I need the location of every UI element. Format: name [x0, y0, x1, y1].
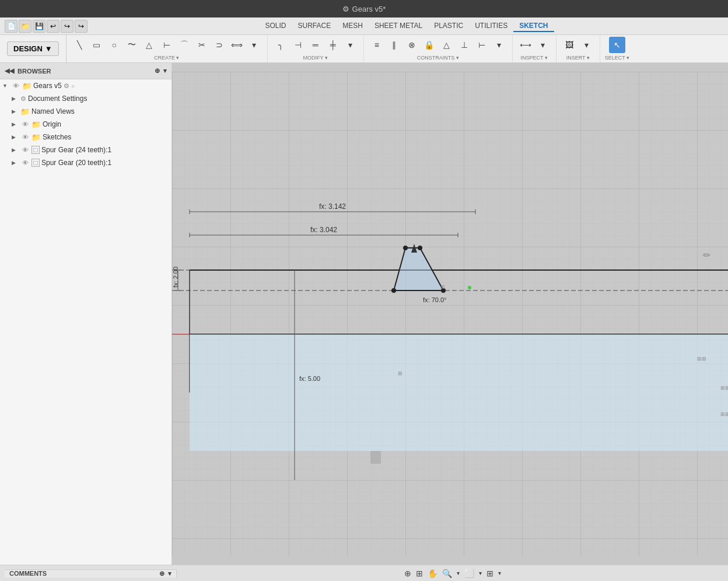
folder-icon: 📁 — [32, 133, 41, 142]
folder-icon: 📁 — [32, 120, 41, 129]
inspect-group: ⟷ ▾ INSPECT ▾ — [513, 35, 556, 62]
browser-options-icon[interactable]: ⊕ — [155, 67, 160, 75]
tab-mesh[interactable]: MESH — [337, 20, 369, 32]
display-mode-dropdown-icon[interactable]: ▾ — [479, 570, 482, 576]
construction-tool[interactable]: ⊢ — [159, 37, 175, 53]
create-group: ╲ ▭ ○ 〜 △ ⊢ ⌒ ✂ ⊃ ⟺ ▾ CREATE ▾ — [66, 35, 268, 62]
undo-redo-buttons: 📄 📁 💾 ↩ ↪ ↪ — [5, 20, 88, 33]
browser-item-gears[interactable]: ▼ 👁 📁 Gears v5 ⚙ ○ — [0, 79, 172, 92]
circle-icon: ○ — [71, 83, 75, 89]
concentric-tool[interactable]: ⊗ — [404, 37, 420, 53]
arrow-icon: ▼ — [2, 83, 9, 89]
folder-icon: 📁 — [22, 82, 32, 90]
more-constraints[interactable]: ▾ — [491, 37, 508, 53]
browser-more-icon[interactable]: ▾ — [163, 67, 167, 75]
rect-tool[interactable]: ▭ — [89, 37, 105, 53]
lock-tool[interactable]: 🔒 — [421, 37, 438, 53]
coincident-tool[interactable]: ≡ — [369, 37, 385, 53]
new-button[interactable]: 📄 — [5, 20, 18, 33]
eye-icon[interactable]: 👁 — [20, 121, 30, 128]
redo-button[interactable]: ↪ — [61, 20, 74, 33]
zoom-icon[interactable]: 🔍 — [442, 569, 452, 578]
browser-item-spur-gear-20[interactable]: ▶ 👁 □ Spur Gear (20 teeth):1 — [0, 156, 172, 169]
redo2-button[interactable]: ↪ — [75, 20, 88, 33]
toolbar-top: 📄 📁 💾 ↩ ↪ ↪ SOLID SURFACE MESH SHEET MET… — [0, 18, 728, 35]
item-label: Named Views — [32, 107, 75, 116]
tab-solid[interactable]: SOLID — [260, 20, 292, 32]
main-area: ◀◀ BROWSER ⊕ ▾ ▼ 👁 📁 Gears v5 ⚙ ○ ▶ ⚙ Do… — [0, 63, 728, 565]
circle-tool[interactable]: ○ — [106, 37, 123, 53]
browser-item-spur-gear-24[interactable]: ▶ 👁 □ Spur Gear (24 teeth):1 — [0, 144, 172, 156]
perp-tool[interactable]: ⊥ — [456, 37, 473, 53]
tab-sketch[interactable]: SKETCH — [513, 20, 554, 32]
zoom-dropdown-icon[interactable]: ▾ — [457, 570, 460, 576]
component-icon: □ — [32, 146, 40, 154]
arrow-icon: ▶ — [12, 121, 19, 127]
arc-tool[interactable]: ⌒ — [176, 37, 192, 53]
more-modify[interactable]: ▾ — [342, 37, 359, 53]
canvas-area[interactable]: fx: 3.142 fx: 3.042 fx: 2.00 fx: 2.50 fx… — [172, 63, 728, 565]
browser-item-origin[interactable]: ▶ 👁 📁 Origin — [0, 118, 172, 131]
scissors-tool[interactable]: ✂ — [194, 37, 210, 53]
browser-item-sketches[interactable]: ▶ 👁 📁 Sketches — [0, 131, 172, 144]
toolbar: 📄 📁 💾 ↩ ↪ ↪ SOLID SURFACE MESH SHEET MET… — [0, 18, 728, 63]
more-insert[interactable]: ▾ — [579, 37, 595, 53]
tab-utilities[interactable]: UTILITIES — [469, 20, 513, 32]
arrow-icon: ▶ — [12, 147, 19, 153]
display-mode-icon[interactable]: ⬜ — [464, 569, 474, 578]
mirror-tool[interactable]: ⟺ — [229, 37, 245, 53]
tab-plastic[interactable]: PLASTIC — [428, 20, 469, 32]
break-tool[interactable]: ╪ — [325, 37, 341, 53]
eye-icon[interactable]: 👁 — [20, 146, 30, 153]
navigation-icon-2[interactable]: ⊞ — [416, 569, 423, 578]
navigation-icon-1[interactable]: ⊕ — [404, 569, 411, 578]
title-bar: ⚙ Gears v5* — [0, 0, 728, 18]
more-inspect[interactable]: ▾ — [535, 37, 551, 53]
polygon-tool[interactable]: △ — [141, 37, 158, 53]
extend-tool[interactable]: ═ — [307, 37, 324, 53]
eye-icon[interactable]: 👁 — [20, 134, 30, 141]
gear-settings-icon[interactable]: ⚙ — [64, 82, 69, 90]
arrow-icon: ▶ — [12, 96, 19, 102]
toolbar-main: DESIGN ▼ ╲ ▭ ○ 〜 △ ⊢ ⌒ ✂ ⊃ ⟺ ▾ CREATE ▾ — [0, 35, 728, 62]
browser-collapse-icon[interactable]: ◀◀ — [5, 67, 14, 75]
item-label: Document Settings — [28, 94, 87, 103]
tangent-tool[interactable]: △ — [439, 37, 455, 53]
modify-group: ╮ ⊣ ═ ╪ ▾ MODIFY ▾ — [268, 35, 364, 62]
item-label: Gears v5 — [33, 82, 62, 90]
trim-tool[interactable]: ⊣ — [290, 37, 306, 53]
insert-group: 🖼 ▾ INSERT ▾ — [556, 35, 600, 62]
collinear-tool[interactable]: ∥ — [386, 37, 402, 53]
eye-icon[interactable]: 👁 — [11, 82, 20, 89]
arrow-icon: ▶ — [12, 160, 19, 166]
comments-expand-icon[interactable]: ▾ — [168, 570, 172, 578]
constraints-group: ≡ ∥ ⊗ 🔒 △ ⊥ ⊢ ▾ CONSTRAINTS ▾ — [364, 35, 513, 62]
tab-sheet-metal[interactable]: SHEET METAL — [369, 20, 428, 32]
more-create[interactable]: ▾ — [246, 37, 262, 53]
save-button[interactable]: 💾 — [33, 20, 46, 33]
undo-button[interactable]: ↩ — [47, 20, 60, 33]
dimension-tool[interactable]: ⟷ — [517, 37, 534, 53]
select-tool[interactable]: ↖ — [609, 37, 625, 53]
grid-dropdown-icon[interactable]: ▾ — [498, 570, 501, 576]
symmetry-tool[interactable]: ⊢ — [474, 37, 490, 53]
offset-tool[interactable]: ⊃ — [211, 37, 228, 53]
spline-tool[interactable]: 〜 — [124, 37, 140, 53]
folder-icon: 📁 — [20, 107, 30, 116]
fillet-tool[interactable]: ╮ — [272, 37, 289, 53]
line-tool[interactable]: ╲ — [71, 37, 88, 53]
pan-icon[interactable]: ✋ — [428, 569, 438, 578]
eye-icon[interactable]: 👁 — [20, 159, 30, 166]
browser-item-named-views[interactable]: ▶ 📁 Named Views — [0, 105, 172, 118]
item-label: Spur Gear (20 teeth):1 — [41, 159, 111, 167]
grid-icon[interactable]: ⊞ — [487, 569, 494, 578]
browser-item-doc-settings[interactable]: ▶ ⚙ Document Settings — [0, 92, 172, 105]
gear-icon: ⚙ — [20, 95, 26, 103]
constraints-label: CONSTRAINTS ▾ — [417, 55, 459, 61]
design-dropdown[interactable]: DESIGN ▼ — [7, 41, 59, 56]
tab-surface[interactable]: SURFACE — [292, 20, 337, 32]
insert-image-tool[interactable]: 🖼 — [561, 37, 578, 53]
open-button[interactable]: 📁 — [19, 20, 32, 33]
design-label: DESIGN — [13, 44, 43, 53]
comments-add-icon[interactable]: ⊕ — [159, 570, 164, 578]
